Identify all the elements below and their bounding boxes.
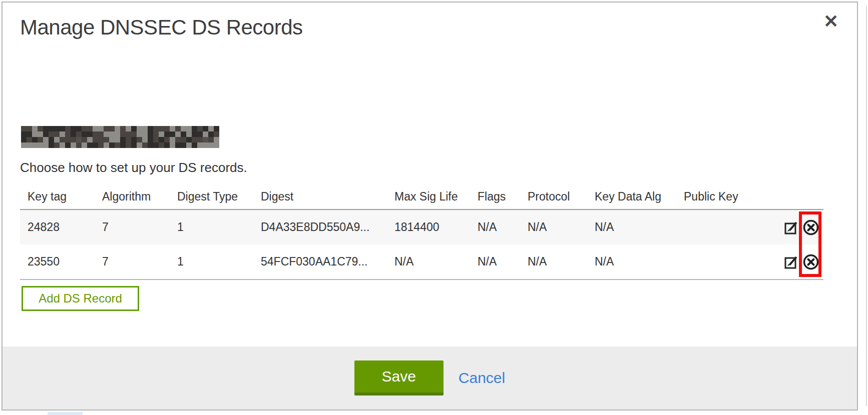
table-cell: 1814400 xyxy=(387,220,470,234)
table-cell: 1 xyxy=(170,255,253,268)
column-header: Max Sig Life xyxy=(387,187,470,204)
table-row: 2482871D4A33E8DD550A9...1814400N/AN/AN/A xyxy=(20,210,823,244)
page-behind-edge xyxy=(866,6,867,406)
column-header: Flags xyxy=(470,187,520,204)
edit-icon[interactable] xyxy=(783,254,799,270)
column-header: Public Key xyxy=(676,187,775,204)
table-cell: N/A xyxy=(520,220,587,234)
table-cell: 7 xyxy=(95,220,170,234)
ds-records-table: Key tagAlgorithmDigest TypeDigestMax Sig… xyxy=(20,182,823,280)
table-header-row: Key tagAlgorithmDigest TypeDigestMax Sig… xyxy=(20,182,823,209)
table-cell: N/A xyxy=(470,255,520,268)
delete-icon[interactable] xyxy=(802,219,819,236)
redacted-domain-name xyxy=(21,126,219,148)
column-header: Algorithm xyxy=(95,187,170,204)
table-body: 2482871D4A33E8DD550A9...1814400N/AN/AN/A… xyxy=(20,209,823,280)
table-cell: N/A xyxy=(520,255,587,268)
column-header: Digest xyxy=(253,187,387,204)
table-cell: N/A xyxy=(387,255,470,268)
table-cell: N/A xyxy=(470,220,520,234)
cancel-link[interactable]: Cancel xyxy=(459,370,505,386)
add-ds-record-button[interactable]: Add DS Record xyxy=(22,286,139,311)
table-cell: 23550 xyxy=(20,255,95,268)
table-cell: N/A xyxy=(587,255,676,268)
table-cell: 24828 xyxy=(20,220,95,234)
column-header: Key Data Alg xyxy=(587,187,676,204)
modal-footer: Save Cancel xyxy=(3,346,857,410)
edit-icon[interactable] xyxy=(783,219,799,236)
table-cell: 7 xyxy=(95,255,170,268)
row-actions xyxy=(775,254,823,270)
page-behind-smudge xyxy=(48,412,83,415)
row-actions xyxy=(775,219,823,236)
delete-icon[interactable] xyxy=(802,254,819,270)
modal-title: Manage DNSSEC DS Records xyxy=(20,16,303,40)
table-cell: N/A xyxy=(587,220,676,234)
table-cell: 1 xyxy=(170,220,253,234)
table-cell: D4A33E8DD550A9... xyxy=(253,220,387,234)
column-header: Digest Type xyxy=(170,187,253,204)
screen: Manage DNSSEC DS Records ✕ Choose how to… xyxy=(0,0,868,415)
modal-subtitle: Choose how to set up your DS records. xyxy=(20,160,247,176)
table-cell: 54FCF030AA1C79... xyxy=(253,255,387,268)
column-header: Key tag xyxy=(20,187,95,204)
save-button[interactable]: Save xyxy=(354,360,444,396)
table-row: 235507154FCF030AA1C79...N/AN/AN/AN/A xyxy=(20,244,823,279)
manage-dnssec-modal: Manage DNSSEC DS Records ✕ Choose how to… xyxy=(2,2,858,410)
column-header: Protocol xyxy=(520,187,587,204)
close-icon[interactable]: ✕ xyxy=(820,10,842,32)
